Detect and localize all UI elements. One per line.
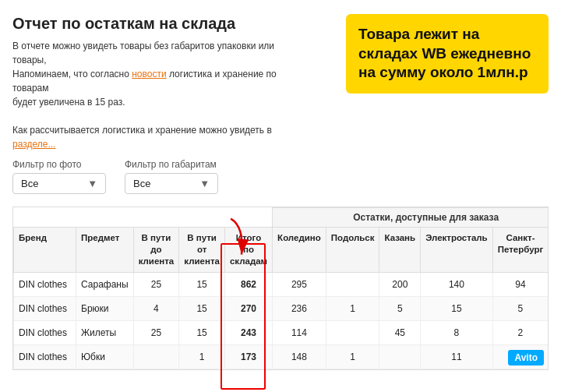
group-header-cell: Остатки, доступные для заказа [273,208,549,228]
filter-photo-select[interactable]: Все ▼ [12,173,106,194]
td-spb: 5 [492,296,549,320]
empty-group-cell [14,208,273,228]
td-podolsk: 1 [326,344,379,369]
td-electrostal: 15 [421,296,493,320]
th-podolsk: Подольск [326,228,379,273]
group-header-row: Остатки, доступные для заказа [14,208,549,228]
td-electrostal: 11 [421,344,493,369]
th-put-ot: В пути от клиента [179,228,225,273]
th-kolodino: Коледино [273,228,326,273]
section-link[interactable]: разделе... [12,139,55,150]
td-predmet: Сарафаны [76,272,134,296]
avito-badge: Avito [508,350,544,366]
td-itogo: 243 [224,320,272,344]
td-kolodino: 114 [273,320,326,344]
td-kazan [379,344,421,369]
th-electrostal: Электросталь [421,228,493,273]
td-kazan: 5 [379,296,421,320]
td-kazan: 200 [379,272,421,296]
filter-gabarit-group: Фильтр по габаритам Все ▼ [125,159,218,194]
header-area: Отчет по остаткам на склада В отчете мож… [12,14,549,151]
td-spb: 2 [492,320,549,344]
td-brand: DIN clothes [14,296,76,320]
th-predmet: Предмет [76,228,134,273]
td-kolodino: 295 [273,272,326,296]
td-podolsk [326,272,379,296]
td-predmet: Юбки [76,344,134,369]
chevron-down-icon-2: ▼ [199,178,210,189]
table-row: DIN clothesЖилеты2515243114458273 [14,320,549,344]
table-section: Остатки, доступные для заказа Бренд Пред… [12,207,549,370]
td-brand: DIN clothes [14,320,76,344]
description: В отчете можно увидеть товары без габари… [12,39,293,151]
filter-photo-group: Фильтр по фото Все ▼ [12,159,106,194]
td-put-do [133,344,179,369]
filter-gabarit-value: Все [133,178,150,189]
td-put-ot: 15 [179,296,225,320]
desc-text-2: Напоминаем, что согласно [12,69,132,79]
th-itogo: Итого по складам [224,228,272,273]
td-itogo: 270 [224,296,272,320]
desc-text-1: В отчете можно увидеть товары без габари… [12,41,274,65]
td-put-do: 25 [133,320,179,344]
td-itogo: 862 [224,272,272,296]
td-kolodino: 236 [273,296,326,320]
td-put-do: 4 [133,296,179,320]
yellow-banner: Товара лежит на складах WB ежедневно на … [346,14,549,94]
table-row: DIN clothesБрюки415270236151551 [14,296,549,320]
td-put-do: 25 [133,272,179,296]
desc-text-4: будет увеличена в 15 раз. [12,97,125,108]
filter-photo-value: Все [21,178,38,189]
stock-table: Остатки, доступные для заказа Бренд Пред… [13,207,549,369]
main-container: Отчет по остаткам на склада В отчете мож… [0,0,561,370]
page-title: Отчет по остаткам на склада [12,14,337,33]
desc-text-5: Как рассчитывается логистика и хранение … [12,125,272,136]
th-brand: Бренд [14,228,76,273]
filter-gabarit-label: Фильтр по габаритам [125,159,218,170]
th-spb: Санкт-Петербург [492,228,549,273]
chevron-down-icon: ▼ [87,178,97,189]
th-kazan: Казань [379,228,421,273]
td-put-ot: 1 [179,344,225,369]
table-body: DIN clothesСарафаны251586229520014094112… [14,272,549,369]
td-predmet: Жилеты [76,320,134,344]
news-link[interactable]: новости [132,69,166,79]
td-put-ot: 15 [179,320,225,344]
td-podolsk: 1 [326,296,379,320]
td-spb: 94 [492,272,549,296]
td-predmet: Брюки [76,296,134,320]
td-electrostal: 8 [421,320,493,344]
td-brand: DIN clothes [14,344,76,369]
th-put-do: В пути до клиента [133,228,179,273]
filter-photo-label: Фильтр по фото [12,159,106,170]
table-row: DIN clothesСарафаны251586229520014094112 [14,272,549,296]
td-kazan: 45 [379,320,421,344]
td-kolodino: 148 [273,344,326,369]
td-brand: DIN clothes [14,272,76,296]
header-text: Отчет по остаткам на склада В отчете мож… [12,14,337,151]
filters-row: Фильтр по фото Все ▼ Фильтр по габаритам… [12,159,549,194]
td-podolsk [326,320,379,344]
td-electrostal: 140 [421,272,493,296]
column-header-row: Бренд Предмет В пути до клиента В пути о… [14,228,549,273]
table-wrapper: Остатки, доступные для заказа Бренд Пред… [12,207,549,370]
filter-gabarit-select[interactable]: Все ▼ [125,173,218,194]
td-itogo: 173 [224,344,272,369]
td-put-ot: 15 [179,272,225,296]
table-row: DIN clothesЮбки11731481113 [14,344,549,369]
